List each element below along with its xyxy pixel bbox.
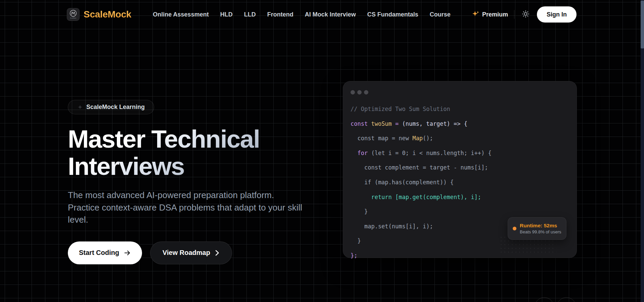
nav-divider — [514, 10, 514, 19]
nav-controls: Premium Sign In — [472, 6, 577, 23]
sun-icon — [522, 10, 530, 19]
nav-item-frontend[interactable]: Frontend — [267, 11, 293, 18]
chevron-right-icon — [215, 250, 220, 256]
main-nav: Online AssessmentHLDLLDFrontendAI Mock I… — [153, 11, 451, 18]
hero-subtitle: The most advanced AI-powered preparation… — [68, 189, 303, 226]
scalemock-logo-icon: ScaleMock — [67, 8, 80, 21]
scrollbar-thumb[interactable] — [641, 1, 644, 48]
nav-item-hld[interactable]: HLD — [220, 11, 233, 18]
cta-row: Start Coding View Roadmap — [68, 241, 310, 264]
premium-label: Premium — [482, 11, 508, 18]
nav-item-cs-fundamentals[interactable]: CS Fundamentals — [367, 11, 418, 18]
premium-nav-item[interactable]: Premium — [472, 10, 508, 19]
code-line: const complement = target - nums[i]; — [351, 160, 569, 175]
code-editor-card: // Optimized Two Sum Solutionconst twoSu… — [343, 81, 577, 258]
theme-toggle-button[interactable] — [520, 9, 531, 20]
view-roadmap-button[interactable]: View Roadmap — [150, 241, 232, 264]
sign-in-button[interactable]: Sign In — [537, 6, 577, 23]
nav-item-lld[interactable]: LLD — [244, 11, 256, 18]
runtime-sublabel: Beats 99.8% of users — [520, 229, 561, 235]
window-dot — [364, 90, 368, 95]
code-line: const twoSum = (nums, target) => { — [351, 117, 569, 131]
nav-item-ai-mock-interview[interactable]: AI Mock Interview — [305, 11, 356, 18]
brand[interactable]: ScaleMock ScaleMock — [67, 8, 131, 21]
hero-badge: ScaleMock Learning — [68, 100, 154, 114]
start-coding-button[interactable]: Start Coding — [68, 241, 142, 264]
runtime-badge: Runtime: 52ms Beats 99.8% of users — [508, 217, 566, 240]
page-scrollbar[interactable] — [641, 0, 644, 302]
sparkles-icon — [472, 10, 479, 19]
hero-badge-label: ScaleMock Learning — [86, 104, 145, 111]
nav-item-course[interactable]: Course — [430, 11, 451, 18]
arrow-right-icon — [124, 249, 131, 257]
window-controls — [351, 90, 569, 95]
code-line: // Optimized Two Sum Solution — [351, 102, 569, 117]
page-title-line2: Interviews — [68, 153, 310, 180]
start-coding-label: Start Coding — [79, 249, 119, 257]
window-dot — [351, 90, 355, 95]
view-roadmap-label: View Roadmap — [163, 249, 210, 257]
code-line: if (map.has(complement)) { — [351, 175, 569, 190]
page-title: Master Technical Interviews — [68, 125, 310, 180]
code-line: const map = new Map(); — [351, 131, 569, 146]
window-dot — [357, 90, 362, 95]
code-line: return [map.get(complement), i]; — [351, 190, 569, 205]
runtime-status-dot-icon — [513, 227, 516, 230]
brand-name: ScaleMock — [84, 9, 131, 20]
svg-text:ScaleMock: ScaleMock — [70, 17, 76, 19]
runtime-label: Runtime: 52ms — [520, 222, 561, 229]
badge-sparkle-icon — [78, 105, 83, 110]
hero-section: ScaleMock Learning Master Technical Inte… — [68, 100, 310, 264]
code-line: for (let i = 0; i < nums.length; i++) { — [351, 146, 569, 161]
nav-item-online-assessment[interactable]: Online Assessment — [153, 11, 209, 18]
page-title-line1: Master Technical — [68, 125, 310, 153]
top-navbar: ScaleMock ScaleMock Online AssessmentHLD… — [0, 0, 644, 29]
